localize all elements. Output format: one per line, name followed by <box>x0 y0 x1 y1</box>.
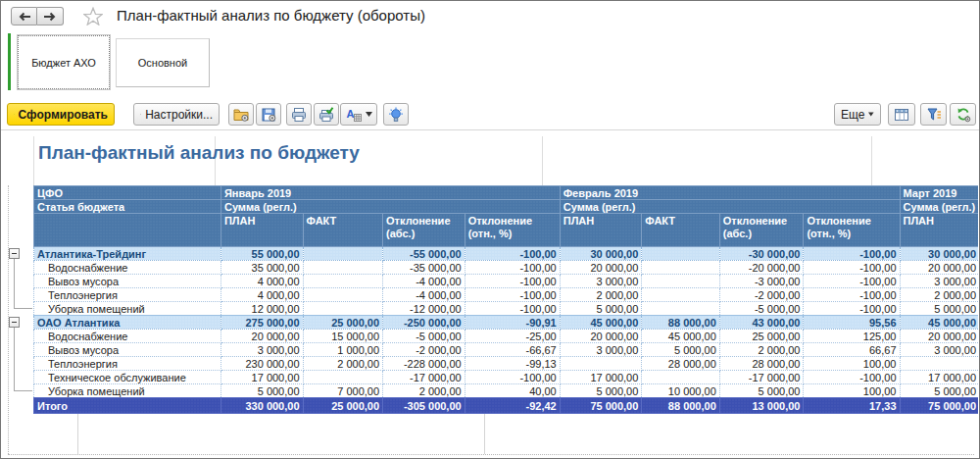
more-button[interactable]: Еще <box>834 103 881 126</box>
value-cell[interactable]: -250 000,00 <box>383 316 466 330</box>
header-col[interactable]: ФАКТ <box>303 214 383 247</box>
print-button[interactable] <box>286 103 312 126</box>
value-cell[interactable]: -35 000,00 <box>383 261 466 275</box>
value-cell[interactable]: 5 000,00 <box>220 384 303 398</box>
value-cell[interactable]: 2 000,00 <box>303 357 383 371</box>
refresh-button[interactable] <box>950 103 976 126</box>
value-cell[interactable]: 28 000,00 <box>719 357 804 371</box>
row-label[interactable]: Вывоз мусора <box>34 343 221 357</box>
header-sum[interactable]: Сумма (регл.) <box>560 200 900 214</box>
row-label[interactable]: Водоснабжение <box>34 261 221 275</box>
table-row[interactable]: Вывоз мусора3 000,001 000,00-2 000,00-66… <box>34 343 979 357</box>
value-cell[interactable]: 20 000,00 <box>560 330 642 343</box>
value-cell[interactable]: -92,42 <box>465 398 560 414</box>
value-cell[interactable]: 13 000,00 <box>719 398 804 414</box>
value-cell[interactable]: 3 000,00 <box>900 343 978 357</box>
value-cell[interactable]: 15 000,00 <box>303 330 383 343</box>
value-cell[interactable]: 12 000,00 <box>220 302 303 316</box>
value-cell[interactable]: 230 000,00 <box>220 357 303 371</box>
value-cell[interactable]: -100,00 <box>465 302 560 316</box>
value-cell[interactable]: -228 000,00 <box>383 357 466 371</box>
value-cell[interactable]: -4 000,00 <box>383 275 466 288</box>
table-row[interactable]: Водоснабжение20 000,0015 000,00-5 000,00… <box>34 330 979 343</box>
value-cell[interactable]: 7 000,00 <box>303 384 383 398</box>
value-cell[interactable]: 45 000,00 <box>560 316 642 330</box>
value-cell[interactable]: -100,00 <box>465 275 560 288</box>
row-label[interactable]: Техническое обслуживание <box>34 371 221 384</box>
value-cell[interactable]: 5 000,00 <box>900 302 978 316</box>
value-cell[interactable]: 100,00 <box>804 357 900 371</box>
row-label[interactable]: Теплоэнергия <box>34 357 221 371</box>
value-cell[interactable]: -90,91 <box>465 316 560 330</box>
value-cell[interactable]: 88 000,00 <box>642 316 719 330</box>
value-cell[interactable] <box>303 288 383 302</box>
value-cell[interactable]: 4 000,00 <box>220 288 303 302</box>
collapse-group-button[interactable] <box>9 317 20 328</box>
header-col[interactable]: ФАКТ <box>642 214 719 247</box>
hint-button[interactable] <box>383 103 409 126</box>
value-cell[interactable]: 2 000,00 <box>900 288 978 302</box>
value-cell[interactable]: 55 000,00 <box>220 247 303 261</box>
value-cell[interactable]: 10 000,00 <box>642 384 719 398</box>
value-cell[interactable]: 30 000,00 <box>900 247 978 261</box>
row-label[interactable]: Теплоэнергия <box>34 288 221 302</box>
back-button[interactable] <box>11 7 37 26</box>
value-cell[interactable]: 3 000,00 <box>220 343 303 357</box>
value-cell[interactable]: -20 000,00 <box>719 261 804 275</box>
collapse-group-button[interactable] <box>9 248 20 259</box>
value-cell[interactable]: -100,00 <box>804 275 900 288</box>
row-label[interactable]: Атлантика-Трейдинг <box>34 247 221 261</box>
value-cell[interactable]: 75 000,00 <box>900 398 978 414</box>
print-immediately-button[interactable] <box>314 103 339 126</box>
value-cell[interactable] <box>303 247 383 261</box>
value-cell[interactable]: 35 000,00 <box>220 261 303 275</box>
generate-button[interactable]: Сформировать <box>7 103 115 126</box>
value-cell[interactable]: -2 000,00 <box>719 288 804 302</box>
header-col[interactable]: ПЛАН <box>560 214 642 247</box>
value-cell[interactable] <box>900 357 978 371</box>
value-cell[interactable]: 2 000,00 <box>719 343 804 357</box>
value-cell[interactable]: 3 000,00 <box>560 343 642 357</box>
value-cell[interactable]: 5 000,00 <box>719 384 804 398</box>
value-cell[interactable]: -30 000,00 <box>719 247 804 261</box>
header-col[interactable]: ПЛАН <box>220 214 303 247</box>
value-cell[interactable]: 20 000,00 <box>900 261 978 275</box>
table-row[interactable]: Атлантика-Трейдинг55 000,00-55 000,00-10… <box>34 247 979 261</box>
value-cell[interactable]: -100,00 <box>804 371 900 384</box>
columns-setup-button[interactable] <box>888 103 915 126</box>
value-cell[interactable]: -5 000,00 <box>719 302 804 316</box>
table-row[interactable]: Теплоэнергия4 000,00-4 000,00-100,002 00… <box>34 288 979 302</box>
header-col[interactable]: Отклонение (абс.) <box>719 214 804 247</box>
value-cell[interactable]: -17 000,00 <box>383 371 466 384</box>
row-label[interactable]: Итого <box>34 398 221 414</box>
value-cell[interactable]: 43 000,00 <box>719 316 804 330</box>
header-cfo[interactable]: ЦФО <box>34 186 221 200</box>
value-cell[interactable]: -99,13 <box>465 357 560 371</box>
value-cell[interactable]: -4 000,00 <box>383 288 466 302</box>
value-cell[interactable]: 20 000,00 <box>220 330 303 343</box>
value-cell[interactable]: 2 000,00 <box>383 384 466 398</box>
value-cell[interactable] <box>642 371 719 384</box>
value-cell[interactable]: 30 000,00 <box>560 247 642 261</box>
value-cell[interactable]: 40,00 <box>465 384 560 398</box>
appearance-button[interactable]: A <box>340 103 377 126</box>
settings-button[interactable]: Настройки... <box>133 103 220 126</box>
value-cell[interactable]: -2 000,00 <box>383 343 466 357</box>
header-sum[interactable]: Сумма (регл.) <box>220 200 560 214</box>
open-report-variant-button[interactable] <box>228 103 254 126</box>
filter-button[interactable] <box>920 103 947 126</box>
value-cell[interactable]: 20 000,00 <box>560 261 642 275</box>
value-cell[interactable] <box>560 357 642 371</box>
header-month[interactable]: Январь 2019 <box>220 186 560 200</box>
value-cell[interactable]: -66,67 <box>465 343 560 357</box>
table-row[interactable]: Уборка помещений12 000,00-12 000,00-100,… <box>34 302 979 316</box>
header-col[interactable]: ПЛАН <box>900 214 978 247</box>
value-cell[interactable]: -100,00 <box>804 247 900 261</box>
value-cell[interactable]: 45 000,00 <box>900 316 978 330</box>
row-label[interactable]: ОАО Атлантика <box>34 316 221 330</box>
row-label[interactable]: Уборка помещений <box>34 302 221 316</box>
table-row[interactable]: Вывоз мусора4 000,00-4 000,00-100,003 00… <box>34 275 979 288</box>
table-row[interactable]: Техническое обслуживание17 000,00-17 000… <box>34 371 979 384</box>
header-sum[interactable]: Сумма (регл.) <box>900 200 978 214</box>
value-cell[interactable]: 275 000,00 <box>220 316 303 330</box>
